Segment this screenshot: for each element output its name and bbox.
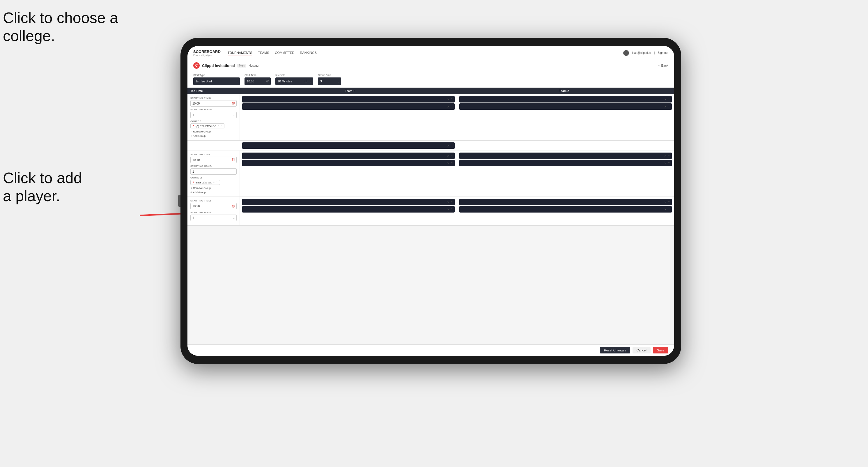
group-1-team1: ✕ ⌃ ✕ ⌃ <box>240 94 457 140</box>
close-icon-3-3[interactable]: ✕ <box>664 200 666 204</box>
expand-icon-1-5[interactable]: ⌃ <box>451 144 453 147</box>
col-team2: Team 2 <box>457 89 671 93</box>
player-slot-3-2: ✕ ⌃ <box>242 206 455 213</box>
starting-hole-select-wrap-2: 1 <box>190 168 237 175</box>
expand-icon-2-4[interactable]: ⌃ <box>668 162 670 165</box>
nav-tournaments[interactable]: TOURNAMENTS <box>228 50 252 56</box>
expand-icon-2-1[interactable]: ⌃ <box>451 154 453 157</box>
reset-changes-button[interactable]: Reset Changes <box>600 347 630 353</box>
user-email: blair@clippd.io <box>632 51 651 55</box>
nav-committee[interactable]: COMMITTEE <box>275 50 294 56</box>
starting-time-input-1[interactable] <box>190 100 237 106</box>
sidebar-actions-2: ○ Remove Group + Add Group <box>190 186 237 194</box>
close-icon-2-1[interactable]: ✕ <box>447 154 450 157</box>
group-size-select[interactable]: 3 <box>318 77 341 85</box>
intervals-label: Intervals <box>275 74 313 76</box>
sub-header: C Clippd Invitational Men Hosting < Back <box>187 60 674 71</box>
event-gender-badge: Men <box>237 64 246 67</box>
close-icon-2-3[interactable]: ✕ <box>664 154 666 157</box>
start-time-label: Start Time <box>245 74 271 76</box>
nav-links: TOURNAMENTS TEAMS COMMITTEE RANKINGS <box>228 50 623 56</box>
nav-teams[interactable]: TEAMS <box>258 50 269 56</box>
form-controls: Start Type 1st Tee Start Start Time ⓘ In… <box>187 71 674 88</box>
course-expand-1[interactable]: ⌃ <box>220 125 222 127</box>
course-remove-1[interactable]: × <box>218 124 219 127</box>
starting-time-label-2: STARTING TIME: <box>190 153 237 156</box>
starting-hole-label-3: STARTING HOLE: <box>190 211 237 214</box>
starting-hole-select-3[interactable]: 1 <box>190 215 237 221</box>
group-size-label: Group Size <box>318 74 341 76</box>
sign-out-link[interactable]: Sign out <box>657 51 668 55</box>
close-icon-2-4[interactable]: ✕ <box>664 162 666 165</box>
start-type-label: Start Type <box>193 74 240 76</box>
group-row-2: STARTING TIME: ⏰ STARTING HOLE: 1 COURSE… <box>187 151 674 197</box>
expand-icon-3-3[interactable]: ⌃ <box>668 200 670 204</box>
col-team1: Team 1 <box>243 89 457 93</box>
add-group-btn-1[interactable]: + Add Group <box>190 134 237 138</box>
close-icon-2-2[interactable]: ✕ <box>447 162 450 165</box>
tablet-side-button <box>178 195 181 207</box>
remove-icon-1: ○ <box>190 130 192 133</box>
cancel-button[interactable]: Cancel <box>632 347 651 353</box>
group-row-1: STARTING TIME: ⏰ STARTING HOLE: 1 COURSE… <box>187 94 674 141</box>
player-slot-1-1: ✕ ⌃ <box>242 96 455 102</box>
starting-hole-select-2[interactable]: 1 <box>190 168 237 175</box>
starting-time-input-wrap-3: ⏰ <box>190 203 237 209</box>
course-name-1: (A) Peachtree GC <box>196 125 217 127</box>
close-icon-3-4[interactable]: ✕ <box>664 208 666 211</box>
save-button[interactable]: Save <box>653 347 668 353</box>
starting-time-input-wrap-1: ⏰ <box>190 100 237 106</box>
close-icon-1-4[interactable]: ✕ <box>664 105 666 108</box>
start-type-select[interactable]: 1st Tee Start <box>193 77 240 85</box>
brand-logo: SCOREBOARD Powered by clippd <box>193 50 221 57</box>
start-type-select-wrap: 1st Tee Start <box>193 77 240 85</box>
expand-icon-3-2[interactable]: ⌃ <box>451 208 453 211</box>
expand-icon-3-4[interactable]: ⌃ <box>668 208 670 211</box>
player-slot-3-3: ✕ ⌃ <box>459 199 672 205</box>
course-tag-1[interactable]: ⚑ (A) Peachtree GC × ⌃ <box>190 123 224 128</box>
player-slot-1-4: ✕ ⌃ <box>459 103 672 110</box>
starting-time-input-3[interactable] <box>190 203 237 209</box>
group-3-team1: ✕ ⌃ ✕ ⌃ <box>240 197 457 225</box>
course-remove-2[interactable]: × <box>213 181 215 184</box>
table-header: Tee Time Team 1 Team 2 <box>187 88 674 94</box>
expand-icon-1-3[interactable]: ⌃ <box>668 98 670 101</box>
group-row-3: STARTING TIME: ⏰ STARTING HOLE: 1 ✕ <box>187 197 674 226</box>
remove-group-btn-1[interactable]: ○ Remove Group <box>190 130 237 133</box>
expand-icon-1-4[interactable]: ⌃ <box>668 105 670 108</box>
remove-group-btn-2[interactable]: ○ Remove Group <box>190 186 237 190</box>
group-1-team2-empty <box>457 141 674 151</box>
course-tag-2[interactable]: ⚑ East Lake GC × ⌃ <box>190 180 220 185</box>
starting-hole-select-wrap-1: 1 <box>190 112 237 118</box>
group-2-team2: ✕ ⌃ ✕ ⌃ <box>457 151 674 196</box>
player-slot-2-2: ✕ ⌃ <box>242 160 455 166</box>
close-icon-1-1[interactable]: ✕ <box>447 98 450 101</box>
intervals-select[interactable]: 10 Minutes <box>275 77 313 85</box>
close-icon-1-3[interactable]: ✕ <box>664 98 666 101</box>
divider: | <box>654 51 655 55</box>
close-icon-3-2[interactable]: ✕ <box>447 208 450 211</box>
starting-time-input-2[interactable] <box>190 157 237 163</box>
starting-hole-select-1[interactable]: 1 <box>190 112 237 118</box>
add-group-btn-2[interactable]: + Add Group <box>190 190 237 194</box>
back-button[interactable]: < Back <box>658 64 668 67</box>
expand-icon-3-1[interactable]: ⌃ <box>451 200 453 204</box>
course-label-2: COURSE: <box>190 177 237 179</box>
expand-icon-2-3[interactable]: ⌃ <box>668 154 670 157</box>
close-icon-3-1[interactable]: ✕ <box>447 200 450 204</box>
course-label-1: COURSE: <box>190 120 237 123</box>
starting-time-label-1: STARTING TIME: <box>190 97 237 99</box>
expand-icon-2-2[interactable]: ⌃ <box>451 162 453 165</box>
close-icon-1-5[interactable]: ✕ <box>447 144 450 147</box>
expand-icon-1-2[interactable]: ⌃ <box>451 105 453 108</box>
expand-icon-1-1[interactable]: ⌃ <box>451 98 453 101</box>
close-icon-1-2[interactable]: ✕ <box>447 105 450 108</box>
nav-rankings[interactable]: RANKINGS <box>300 50 317 56</box>
player-slot-3-1: ✕ ⌃ <box>242 199 455 205</box>
col-tee-time: Tee Time <box>190 89 243 93</box>
annotation-add-player: Click to add a player. <box>3 169 82 205</box>
tablet-frame: SCOREBOARD Powered by clippd TOURNAMENTS… <box>181 38 681 364</box>
footer: Reset Changes Cancel Save <box>187 344 674 356</box>
course-name-2: East Lake GC <box>196 181 212 184</box>
course-expand-2[interactable]: ⌃ <box>216 181 218 184</box>
